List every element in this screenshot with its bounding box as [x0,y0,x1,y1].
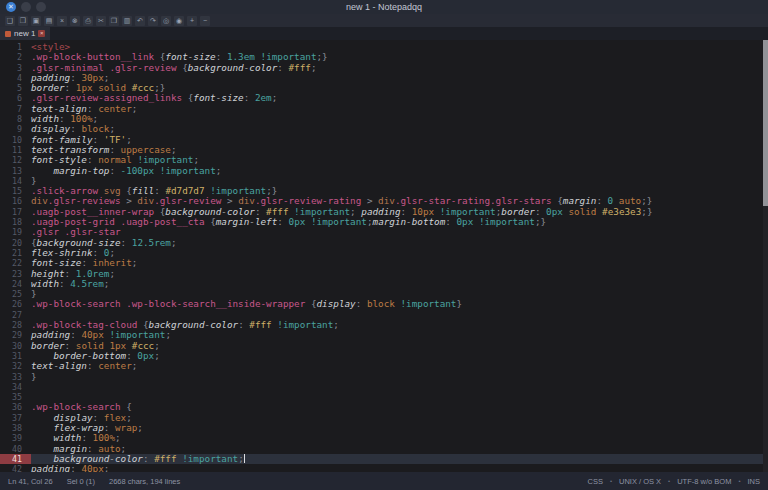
status-separator: • [610,478,612,484]
line-number: 7 [0,104,31,114]
line-number: 9 [0,124,31,134]
line-number: 42 [0,464,31,472]
status-right: CSS•UNIX / OS X•UTF-8 w/o BOM•INS [587,477,760,486]
code-text: .wp-block-search { [31,402,768,412]
title-bar: ✕ new 1 - Notepadqq [0,0,768,14]
code-line-7[interactable]: 7text-align: center; [0,104,768,114]
line-number: 24 [0,279,31,289]
status-segment-css: CSS [587,477,602,486]
code-text: height: 1.0rem; [31,269,768,279]
window-minimize-button[interactable] [21,2,31,12]
editor-lines: 1<style>2.wp-block-button__link {font-si… [0,42,768,472]
copy-icon[interactable]: ❐ [109,16,119,26]
line-number: 40 [0,444,31,454]
close-icon[interactable]: × [57,16,67,26]
status-segment-unix-os-x: UNIX / OS X [619,477,661,486]
code-line-33[interactable]: 33} [0,372,768,382]
code-line-22[interactable]: 22font-size: inherit; [0,258,768,268]
code-text: background-color: #fff !important; [31,454,768,464]
line-number: 22 [0,258,31,268]
tab-bar: new 1 × [0,27,768,40]
code-line-41[interactable]: 41 background-color: #fff !important; [0,454,768,464]
line-number: 13 [0,166,31,176]
code-line-26[interactable]: 26.wp-block-search .wp-block-search__ins… [0,299,768,309]
line-number: 31 [0,351,31,361]
zoom-out-icon[interactable]: − [200,16,210,26]
code-line-13[interactable]: 13 margin-top: -100px !important; [0,166,768,176]
code-line-34[interactable]: 34 [0,382,768,392]
line-number: 34 [0,382,31,392]
code-text: {background-size: 12.5rem; [31,238,768,248]
cut-icon[interactable]: ✂ [96,16,106,26]
line-number: 37 [0,413,31,423]
code-line-3[interactable]: 3.glsr-minimal .glsr-review {background-… [0,63,768,73]
code-line-24[interactable]: 24width: 4.5rem; [0,279,768,289]
status-bar: Ln 41, Col 26 Sel 0 (1) 2668 chars, 194 … [0,472,768,490]
code-text: display: block; [31,124,768,134]
code-text: padding: 40px; [31,464,768,472]
status-left: Ln 41, Col 26 Sel 0 (1) 2668 chars, 194 … [8,477,180,486]
text-cursor [244,454,246,463]
line-number: 41 [0,454,31,464]
new-file-icon[interactable]: ❑ [5,16,15,26]
save-all-icon[interactable]: ▤ [44,16,54,26]
code-text: font-size: inherit; [31,258,768,268]
line-number: 25 [0,289,31,299]
status-separator: • [668,478,670,484]
tab-label: new 1 [14,29,35,38]
code-text: text-align: center; [31,104,768,114]
selection-info: Sel 0 (1) [67,477,95,486]
code-text: flex-shrink: 0; [31,248,768,258]
line-number: 10 [0,135,31,145]
window-maximize-button[interactable] [36,2,46,12]
status-segment-ins: INS [747,477,760,486]
code-text: border-bottom: 0px; [31,351,768,361]
line-number: 3 [0,63,31,73]
notepadqq-window: ✕ new 1 - Notepadqq ❑❒▣▤×⊗⎙✂❐▥↶↷◎◉+− new… [0,0,768,490]
line-number: 36 [0,402,31,412]
undo-icon[interactable]: ↶ [135,16,145,26]
line-number: 23 [0,269,31,279]
window-controls: ✕ [6,2,46,12]
line-number: 19 [0,227,31,237]
line-number: 12 [0,155,31,165]
line-number: 2 [0,52,31,62]
vertical-scrollbar[interactable] [763,40,768,472]
line-number: 27 [0,310,31,320]
code-line-20[interactable]: 20{background-size: 12.5rem; [0,238,768,248]
save-icon[interactable]: ▣ [31,16,41,26]
redo-icon[interactable]: ↷ [148,16,158,26]
tab-close-icon[interactable]: × [38,30,45,37]
close-all-icon[interactable]: ⊗ [70,16,80,26]
line-number: 20 [0,238,31,248]
line-number: 35 [0,392,31,402]
line-number: 8 [0,114,31,124]
zoom-in-icon[interactable]: + [187,16,197,26]
replace-icon[interactable]: ◉ [174,16,184,26]
status-separator: • [738,478,740,484]
code-line-23[interactable]: 23height: 1.0rem; [0,269,768,279]
line-number: 39 [0,433,31,443]
search-icon[interactable]: ◎ [161,16,171,26]
editor[interactable]: 1<style>2.wp-block-button__link {font-si… [0,40,768,472]
code-text: width: 100%; [31,433,768,443]
open-file-icon[interactable]: ❒ [18,16,28,26]
code-text [31,392,768,402]
scrollbar-thumb[interactable] [763,40,768,206]
line-number: 5 [0,83,31,93]
line-number: 4 [0,73,31,83]
code-text: width: 100%; [31,114,768,124]
code-text: } [31,372,768,382]
print-icon[interactable]: ⎙ [83,16,93,26]
window-title: new 1 - Notepadqq [346,2,422,12]
line-number: 17 [0,207,31,217]
window-close-button[interactable]: ✕ [6,2,16,12]
code-line-42[interactable]: 42padding: 40px; [0,464,768,472]
code-line-8[interactable]: 8width: 100%; [0,114,768,124]
line-number: 30 [0,341,31,351]
line-number: 14 [0,176,31,186]
line-number: 15 [0,186,31,196]
tab-new-1[interactable]: new 1 × [0,27,50,40]
code-line-32[interactable]: 32text-align: center; [0,361,768,371]
paste-icon[interactable]: ▥ [122,16,132,26]
